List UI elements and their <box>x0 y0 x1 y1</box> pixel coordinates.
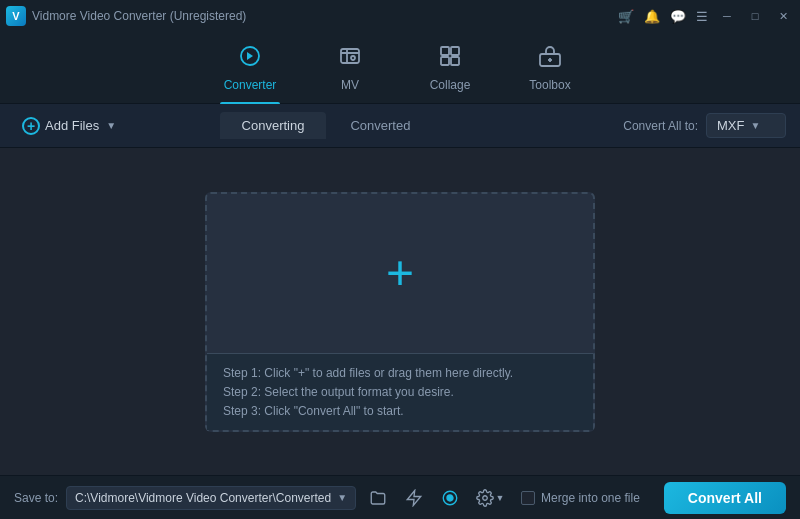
record-button[interactable] <box>436 484 464 512</box>
close-button[interactable]: ✕ <box>774 7 792 25</box>
convert-all-to-label: Convert All to: <box>623 119 698 133</box>
nav-toolbox-label: Toolbox <box>529 78 570 92</box>
main-content: + Step 1: Click "+" to add files or drag… <box>0 148 800 475</box>
collage-icon <box>438 44 462 74</box>
open-folder-button[interactable] <box>364 484 392 512</box>
merge-checkbox-area: Merge into one file <box>521 491 640 505</box>
save-path-text: C:\Vidmore\Vidmore Video Converter\Conve… <box>75 491 331 505</box>
settings-button[interactable]: ▼ <box>472 484 508 512</box>
svg-rect-3 <box>441 47 449 55</box>
drop-zone[interactable]: + Step 1: Click "+" to add files or drag… <box>205 192 595 432</box>
svg-rect-1 <box>341 49 359 63</box>
quick-settings-button[interactable] <box>400 484 428 512</box>
svg-rect-6 <box>451 57 459 65</box>
drop-zone-plus-icon: + <box>386 249 414 297</box>
app-title: Vidmore Video Converter (Unregistered) <box>32 9 246 23</box>
nav-toolbox[interactable]: Toolbox <box>500 32 600 104</box>
merge-label: Merge into one file <box>541 491 640 505</box>
nav-collage[interactable]: Collage <box>400 32 500 104</box>
convert-all-to-area: Convert All to: MXF ▼ <box>623 113 786 138</box>
drop-zone-instructions: Step 1: Click "+" to add files or drag t… <box>207 353 593 430</box>
converter-icon <box>238 44 262 74</box>
menu-icon[interactable]: ☰ <box>696 9 708 24</box>
nav-bar: Converter MV Collage <box>0 32 800 104</box>
bell-icon[interactable]: 🔔 <box>644 9 660 24</box>
svg-point-13 <box>482 495 487 500</box>
nav-converter-label: Converter <box>224 78 277 92</box>
format-value: MXF <box>717 118 744 133</box>
nav-mv[interactable]: MV <box>300 32 400 104</box>
svg-marker-10 <box>407 490 421 505</box>
comment-icon[interactable]: 💬 <box>670 9 686 24</box>
merge-checkbox[interactable] <box>521 491 535 505</box>
tab-converting[interactable]: Converting <box>220 112 327 139</box>
instruction-3: Step 3: Click "Convert All" to start. <box>223 404 577 418</box>
save-to-label: Save to: <box>14 491 58 505</box>
title-bar-controls: 🛒 🔔 💬 ☰ ─ □ ✕ <box>618 7 792 25</box>
instruction-1: Step 1: Click "+" to add files or drag t… <box>223 366 577 380</box>
tab-converted[interactable]: Converted <box>328 112 432 139</box>
svg-rect-4 <box>451 47 459 55</box>
nav-collage-label: Collage <box>430 78 471 92</box>
format-dropdown-arrow: ▼ <box>750 120 760 131</box>
title-bar: V Vidmore Video Converter (Unregistered)… <box>0 0 800 32</box>
toolbar: + Add Files ▼ Converting Converted Conve… <box>0 104 800 148</box>
save-path-box[interactable]: C:\Vidmore\Vidmore Video Converter\Conve… <box>66 486 356 510</box>
add-files-label: Add Files <box>45 118 99 133</box>
nav-converter[interactable]: Converter <box>200 32 300 104</box>
app-logo: V <box>6 6 26 26</box>
add-files-icon: + <box>22 117 40 135</box>
cart-icon[interactable]: 🛒 <box>618 9 634 24</box>
tab-group: Converting Converted <box>220 112 433 139</box>
drop-zone-icon-area: + <box>386 194 414 353</box>
toolbox-icon <box>538 44 562 74</box>
add-files-dropdown-arrow: ▼ <box>106 120 116 131</box>
add-files-button[interactable]: + Add Files ▼ <box>14 112 124 140</box>
minimize-button[interactable]: ─ <box>718 7 736 25</box>
convert-all-button[interactable]: Convert All <box>664 482 786 514</box>
instruction-2: Step 2: Select the output format you des… <box>223 385 577 399</box>
maximize-button[interactable]: □ <box>746 7 764 25</box>
svg-point-2 <box>351 56 355 60</box>
title-bar-left: V Vidmore Video Converter (Unregistered) <box>6 6 246 26</box>
format-select[interactable]: MXF ▼ <box>706 113 786 138</box>
svg-point-12 <box>447 495 453 501</box>
nav-mv-label: MV <box>341 78 359 92</box>
svg-rect-5 <box>441 57 449 65</box>
mv-icon <box>338 44 362 74</box>
footer-icons: ▼ <box>364 484 508 512</box>
footer: Save to: C:\Vidmore\Vidmore Video Conver… <box>0 475 800 519</box>
save-path-arrow: ▼ <box>337 492 347 503</box>
